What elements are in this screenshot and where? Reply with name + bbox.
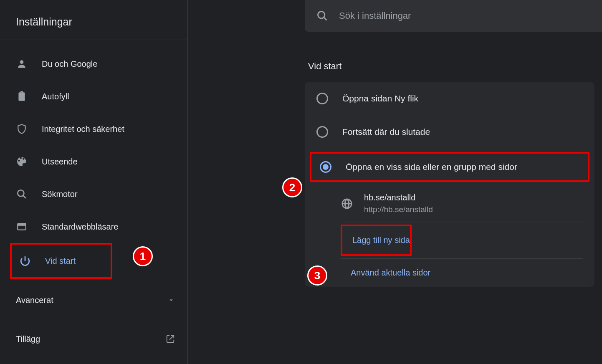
extensions-label: Tillägg bbox=[16, 334, 40, 344]
sidebar-advanced-toggle[interactable]: Avancerat bbox=[0, 284, 187, 316]
globe-icon bbox=[341, 197, 353, 210]
use-current-pages-link[interactable]: Använd aktuella sidor bbox=[341, 259, 594, 287]
radio-icon bbox=[316, 93, 328, 104]
power-icon bbox=[19, 255, 31, 267]
settings-search-input[interactable] bbox=[339, 10, 590, 21]
sidebar-item-privacy[interactable]: Integritet och säkerhet bbox=[8, 113, 179, 145]
sidebar-item-label: Vid start bbox=[45, 256, 76, 266]
radio-label: Öppna sidan Ny flik bbox=[342, 94, 418, 104]
startup-pages-block: hb.se/anstalld http://hb.se/anstalld Läg… bbox=[341, 185, 594, 287]
on-startup-card: Öppna sidan Ny flik Fortsätt där du slut… bbox=[305, 82, 594, 287]
radio-continue[interactable]: Fortsätt där du slutade bbox=[305, 115, 594, 149]
page-text: hb.se/anstalld http://hb.se/anstalld bbox=[364, 193, 433, 214]
settings-search-bar[interactable] bbox=[305, 0, 602, 32]
shield-icon bbox=[16, 123, 28, 135]
annotation-badge-1: 1 bbox=[133, 246, 153, 266]
settings-main: Vid start Öppna sidan Ny flik Fortsätt d… bbox=[188, 0, 602, 364]
sidebar-item-default-browser[interactable]: Standardwebbläsare bbox=[8, 210, 179, 243]
radio-open-new-tab[interactable]: Öppna sidan Ny flik bbox=[305, 82, 594, 115]
svg-point-1 bbox=[18, 190, 24, 196]
palette-icon bbox=[16, 156, 28, 167]
section-title: Vid start bbox=[305, 32, 602, 82]
sidebar-item-label: Sökmotor bbox=[42, 190, 78, 199]
svg-point-0 bbox=[20, 60, 24, 64]
svg-point-5 bbox=[318, 12, 325, 18]
sidebar-nav: Du och Google Autofyll Integritet och sä… bbox=[0, 48, 187, 279]
sidebar-item-label: Standardwebbläsare bbox=[42, 222, 118, 232]
svg-line-2 bbox=[23, 195, 26, 198]
sidebar-item-appearance[interactable]: Utseende bbox=[8, 145, 179, 178]
divider bbox=[0, 40, 187, 40]
sidebar-item-label: Du och Google bbox=[42, 59, 97, 69]
annotation-badge-2: 2 bbox=[282, 177, 302, 197]
browser-icon bbox=[16, 221, 28, 233]
radio-open-specific[interactable]: Öppna en viss sida eller en grupp med si… bbox=[311, 154, 588, 180]
sidebar-item-search-engine[interactable]: Sökmotor bbox=[8, 178, 179, 210]
sidebar-item-autofill[interactable]: Autofyll bbox=[8, 80, 179, 113]
person-icon bbox=[16, 58, 28, 70]
search-icon bbox=[316, 10, 328, 22]
sidebar-item-label: Integritet och säkerhet bbox=[42, 124, 124, 134]
settings-sidebar: Inställningar Du och Google Autofyll Int… bbox=[0, 0, 188, 364]
divider bbox=[13, 320, 175, 320]
page-title: hb.se/anstalld bbox=[364, 193, 433, 202]
open-in-new-icon bbox=[166, 334, 175, 344]
sidebar-item-label: Autofyll bbox=[42, 92, 69, 101]
sidebar-extensions-link[interactable]: Tillägg bbox=[0, 323, 187, 355]
search-icon bbox=[16, 188, 28, 200]
startup-page-entry[interactable]: hb.se/anstalld http://hb.se/anstalld bbox=[341, 185, 594, 222]
sidebar-item-label: Utseende bbox=[42, 157, 78, 167]
advanced-label: Avancerat bbox=[16, 296, 53, 305]
annotation-badge-3: 3 bbox=[307, 265, 327, 286]
page-url: http://hb.se/anstalld bbox=[364, 205, 433, 214]
radio-icon bbox=[316, 126, 328, 138]
svg-rect-4 bbox=[18, 223, 26, 225]
radio-label: Öppna en viss sida eller en grupp med si… bbox=[346, 162, 517, 172]
sidebar-item-you-and-google[interactable]: Du och Google bbox=[8, 48, 179, 80]
add-page-link[interactable]: Lägg till ny sida bbox=[341, 225, 412, 256]
clipboard-icon bbox=[16, 91, 28, 102]
chevron-down-icon bbox=[167, 296, 175, 304]
radio-label: Fortsätt där du slutade bbox=[342, 127, 430, 137]
radio-icon-selected bbox=[320, 161, 331, 173]
sidebar-item-on-startup[interactable]: Vid start bbox=[12, 245, 111, 277]
svg-line-6 bbox=[324, 18, 327, 20]
sidebar-title: Inställningar bbox=[0, 8, 187, 40]
